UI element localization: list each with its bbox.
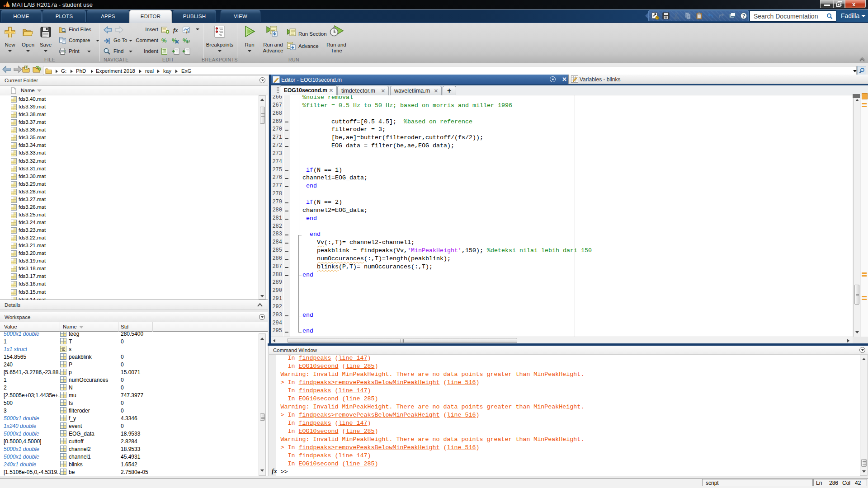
svg-text:fi: fi (186, 29, 189, 33)
svg-text:fx: fx (173, 27, 178, 33)
svg-text:?: ? (742, 13, 745, 19)
svg-text:%: % (161, 37, 167, 44)
